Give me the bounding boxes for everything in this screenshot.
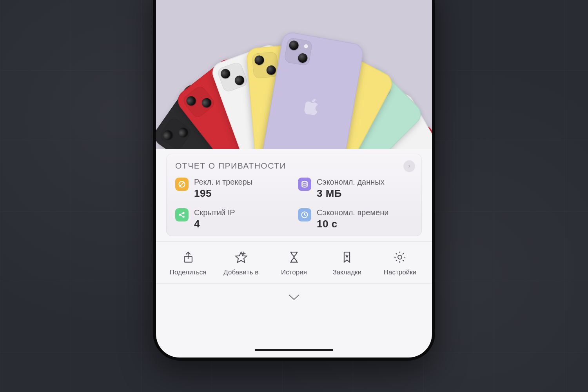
action-label: Закладки (332, 269, 361, 276)
apple-logo-icon (304, 97, 321, 116)
block-icon (175, 178, 189, 191)
chevron-right-icon[interactable] (403, 160, 415, 172)
share-icon (181, 250, 195, 264)
clock-icon (298, 208, 311, 221)
stat-label: Скрытий IP (194, 208, 235, 217)
stat-time-saved: Сэкономл. времени 10 с (298, 208, 413, 230)
stat-data-saved: Сэкономл. данных 3 МБ (298, 178, 413, 200)
svg-point-2 (302, 181, 307, 183)
svg-line-1 (180, 182, 184, 186)
stat-label: Сэкономл. данных (317, 178, 385, 187)
stat-label: Рекл. и трекеры (194, 178, 252, 187)
action-label: Настройки (384, 269, 416, 276)
stat-value: 10 с (317, 218, 388, 230)
privacy-report-panel[interactable]: ОТЧЕТ О ПРИВАТНОСТИ Рекл. и трекеры 195 (166, 154, 422, 236)
settings-button[interactable]: Настройки (374, 250, 426, 276)
stat-label: Сэкономл. времени (317, 208, 388, 217)
svg-point-14 (398, 255, 402, 259)
privacy-report-title: ОТЧЕТ О ПРИВАТНОСТИ (175, 161, 413, 171)
phone-body: ОТЧЕТ О ПРИВАТНОСТИ Рекл. и трекеры 195 (153, 0, 435, 361)
action-bar: Поделиться Добавить в История (156, 241, 432, 283)
action-label: Поделиться (170, 269, 207, 276)
action-label: Добавить в (223, 269, 258, 276)
data-icon (298, 178, 311, 191)
hero-image (156, 0, 432, 149)
stat-value: 4 (194, 218, 235, 230)
stat-ads-trackers: Рекл. и трекеры 195 (175, 178, 290, 200)
bookmark-star-icon (340, 250, 354, 264)
gear-icon (393, 250, 407, 264)
bookmarks-button[interactable]: Закладки (321, 250, 374, 276)
star-plus-icon (234, 250, 248, 264)
stat-value: 3 МБ (317, 187, 385, 200)
hourglass-icon (287, 250, 301, 264)
action-label: История (281, 269, 307, 276)
history-button[interactable]: История (267, 250, 320, 276)
stat-value: 195 (194, 187, 252, 200)
phone-screen: ОТЧЕТ О ПРИВАТНОСТИ Рекл. и трекеры 195 (156, 0, 432, 358)
stat-hidden-ip: Скрытий IP 4 (175, 208, 290, 230)
svg-marker-8 (236, 252, 247, 262)
close-panel-button[interactable] (156, 283, 432, 315)
phone-frame: ОТЧЕТ О ПРИВАТНОСТИ Рекл. и трекеры 195 (153, 0, 435, 392)
add-to-button[interactable]: Добавить в (214, 250, 267, 276)
home-indicator[interactable] (255, 349, 333, 351)
svg-marker-13 (345, 254, 349, 258)
share-button[interactable]: Поделиться (162, 250, 214, 276)
share-nodes-icon (175, 208, 189, 221)
chevron-down-icon (287, 293, 301, 301)
